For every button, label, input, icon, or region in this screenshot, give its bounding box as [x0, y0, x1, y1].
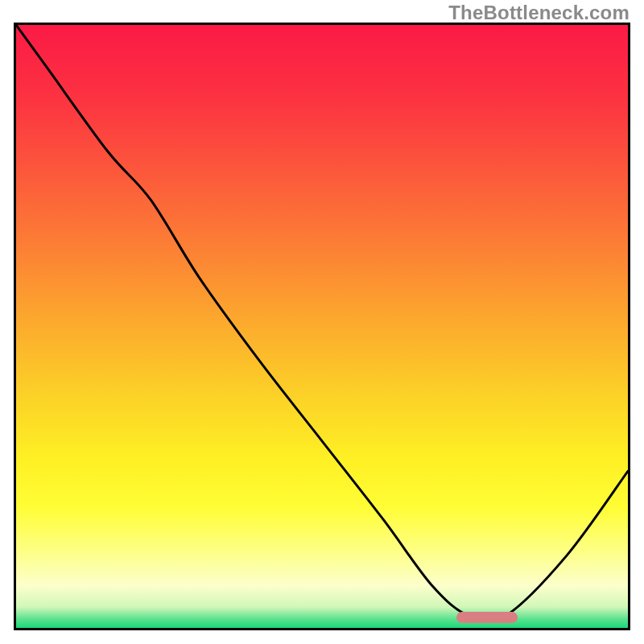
chart-frame	[14, 23, 630, 630]
bottleneck-curve	[16, 25, 628, 628]
optimal-zone-marker	[456, 612, 518, 623]
watermark-text: TheBottleneck.com	[448, 2, 630, 24]
